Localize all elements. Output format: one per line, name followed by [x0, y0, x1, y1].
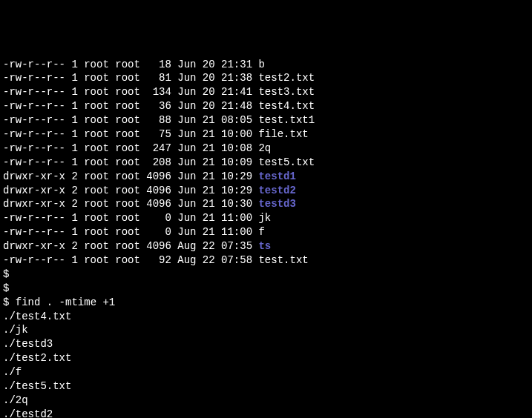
output-text: ./test5.txt [3, 380, 71, 392]
prompt-symbol: $ [3, 296, 9, 308]
command-text: find . -mtime +1 [16, 296, 115, 308]
ls-row: -rw-r--r-- 1 root root 18 Jun 20 21:31 b [3, 58, 529, 72]
command-line: $ find . -mtime +1 [3, 296, 529, 310]
ls-row: -rw-r--r-- 1 root root 247 Jun 21 10:08 … [3, 142, 529, 156]
output-text: ./2q [3, 394, 28, 406]
prompt-line: $ [3, 282, 529, 296]
file-name: jk [258, 212, 271, 224]
ls-row: -rw-r--r-- 1 root root 36 Jun 20 21:48 t… [3, 99, 529, 113]
dir-name: testd2 [258, 185, 295, 196]
dir-name: testd1 [258, 170, 295, 182]
ls-row: -rw-r--r-- 1 root root 134 Jun 20 21:41 … [3, 85, 529, 99]
ls-row: -rw-r--r-- 1 root root 92 Aug 22 07:58 t… [3, 253, 529, 268]
prompt-line: $ [3, 268, 529, 282]
find-output-line: ./testd3 [3, 337, 529, 351]
ls-row: -rw-r--r-- 1 root root 0 Jun 21 11:00 jk [3, 211, 529, 225]
file-name: test.txt1 [258, 114, 315, 126]
ls-row: -rw-r--r-- 1 root root 0 Jun 21 11:00 f [3, 225, 529, 239]
file-name: f [258, 226, 264, 238]
find-output-line: ./test2.txt [3, 351, 529, 365]
find-output-line: ./test5.txt [3, 379, 529, 394]
ls-row: -rw-r--r-- 1 root root 81 Jun 20 21:38 t… [3, 71, 529, 85]
find-output-line: ./jk [3, 323, 529, 337]
ls-row: -rw-r--r-- 1 root root 75 Jun 21 10:00 f… [3, 127, 529, 142]
output-text: ./f [3, 366, 22, 378]
output-text: ./testd2 [3, 408, 53, 418]
file-name: 2q [258, 142, 271, 154]
output-text: ./test4.txt [3, 311, 71, 322]
ls-row: drwxr-xr-x 2 root root 4096 Aug 22 07:35… [3, 239, 529, 253]
ls-row: drwxr-xr-x 2 root root 4096 Jun 21 10:30… [3, 197, 529, 211]
file-name: test2.txt [258, 72, 315, 84]
find-output-line: ./f [3, 365, 529, 379]
find-output-line: ./testd2 [3, 408, 529, 418]
output-text: ./jk [3, 324, 28, 336]
file-name: test5.txt [258, 156, 315, 168]
file-name: b [258, 59, 264, 70]
dir-name: ts [258, 240, 271, 252]
ls-row: -rw-r--r-- 1 root root 208 Jun 21 10:09 … [3, 156, 529, 170]
ls-row: drwxr-xr-x 2 root root 4096 Jun 21 10:29… [3, 184, 529, 198]
output-text: ./testd3 [3, 338, 53, 350]
file-name: file.txt [258, 128, 308, 140]
prompt-symbol: $ [3, 268, 9, 280]
ls-row: drwxr-xr-x 2 root root 4096 Jun 21 10:29… [3, 170, 529, 184]
terminal-output[interactable]: -rw-r--r-- 1 root root 18 Jun 20 21:31 b… [3, 58, 529, 418]
dir-name: testd3 [258, 198, 295, 210]
file-name: test4.txt [258, 100, 315, 112]
ls-row: -rw-r--r-- 1 root root 88 Jun 21 08:05 t… [3, 113, 529, 127]
output-text: ./test2.txt [3, 352, 71, 364]
find-output-line: ./2q [3, 394, 529, 408]
find-output-line: ./test4.txt [3, 310, 529, 324]
file-name: test3.txt [258, 86, 315, 98]
prompt-symbol: $ [3, 282, 9, 294]
file-name: test.txt [258, 254, 308, 266]
